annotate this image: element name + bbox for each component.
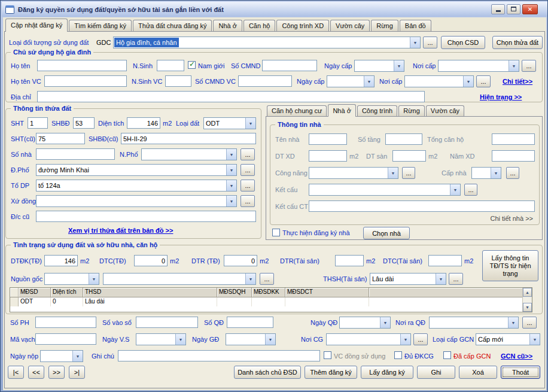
tab-asset-rung[interactable]: Rừng bbox=[398, 105, 425, 116]
close-button[interactable] bbox=[522, 4, 538, 14]
noi-cap-more-button[interactable]: ... bbox=[522, 60, 536, 72]
danh-sach-chu-dsd-button[interactable]: Danh sách chủ ĐSD bbox=[234, 366, 301, 379]
noi-cg-combo[interactable] bbox=[326, 333, 411, 345]
subject-more-button[interactable]: ... bbox=[423, 37, 437, 48]
ket-cau-ct-input[interactable] bbox=[309, 200, 535, 212]
noi-cap-combo[interactable] bbox=[438, 60, 519, 72]
dtc-ts-input[interactable] bbox=[428, 255, 462, 266]
dtdk-td-input[interactable] bbox=[44, 255, 78, 266]
so-vao-so-input[interactable] bbox=[136, 317, 198, 328]
dt-xd-input[interactable] bbox=[309, 150, 347, 162]
nguon-goc-combo[interactable] bbox=[44, 273, 99, 285]
chon-nha-button[interactable]: Chọn nhà bbox=[363, 227, 410, 239]
loai-cap-gcn-combo[interactable]: Cấp mới bbox=[476, 333, 540, 345]
sht-cu-input[interactable] bbox=[36, 133, 85, 144]
d-pho-more-button[interactable]: ... bbox=[240, 164, 255, 176]
xu-dong-combo[interactable] bbox=[36, 195, 237, 207]
nguon-goc-more-button[interactable]: ... bbox=[260, 273, 274, 285]
ngay-cap-combo[interactable] bbox=[354, 60, 404, 72]
n-sinh-vc-input[interactable] bbox=[165, 75, 191, 87]
land-use-grid[interactable]: MĐSD Diện tích THSD MĐSDQH MĐSDKK MĐSDCT… bbox=[10, 287, 532, 312]
ngay-nop-combo[interactable] bbox=[40, 350, 83, 362]
noi-ra-qd-more-button[interactable]: ... bbox=[522, 317, 537, 329]
ngay-gd-combo[interactable] bbox=[226, 333, 276, 345]
cong-nang-more-button[interactable]: ... bbox=[402, 167, 415, 179]
ghi-chu-input[interactable] bbox=[118, 350, 320, 361]
loai-dat-combo[interactable]: ODT bbox=[203, 117, 256, 129]
to-dp-combo[interactable]: tổ 124a bbox=[36, 180, 237, 192]
nav-first-button[interactable]: |< bbox=[8, 366, 24, 379]
thuc-hien-dang-ky-nha-checkbox[interactable] bbox=[272, 229, 280, 236]
gcn-cu-link[interactable]: GCN cũ>> bbox=[501, 353, 532, 360]
noi-cap-vc-more-button[interactable]: ... bbox=[476, 75, 491, 87]
tab-can-ho[interactable]: Căn hộ bbox=[243, 20, 275, 31]
tab-ban-do[interactable]: Bản đồ bbox=[400, 20, 431, 31]
chi-tiet-link[interactable]: Chi tiết>> bbox=[503, 78, 532, 86]
tab-thua-dat-chua-dang-ky[interactable]: Thửa đất chưa đăng ký bbox=[133, 20, 212, 31]
scroll-up-icon[interactable] bbox=[523, 288, 532, 297]
so-cmnd-vc-input[interactable] bbox=[238, 75, 292, 87]
dien-tich-input[interactable] bbox=[127, 117, 160, 129]
d-pho-combo[interactable]: đường Minh Khai bbox=[36, 164, 237, 176]
ghi-button[interactable]: Ghi bbox=[417, 366, 455, 379]
nav-prev-button[interactable]: << bbox=[28, 366, 44, 379]
noi-ra-qd-combo[interactable] bbox=[429, 317, 519, 329]
ho-ten-input[interactable] bbox=[37, 60, 127, 71]
vc-dong-su-dung-checkbox[interactable] bbox=[324, 351, 331, 359]
nav-next-button[interactable]: >> bbox=[48, 366, 65, 379]
so-ph-input[interactable] bbox=[35, 317, 96, 328]
tab-cong-trinh[interactable]: Công trình bbox=[357, 105, 397, 116]
ho-ten-vc-input[interactable] bbox=[44, 75, 127, 87]
minimize-button[interactable] bbox=[491, 4, 505, 14]
sht-input[interactable] bbox=[28, 117, 48, 129]
chon-thua-dat-button[interactable]: Chọn thửa đất bbox=[492, 36, 543, 49]
ngay-vs-combo[interactable] bbox=[136, 333, 186, 345]
noi-cap-vc-combo[interactable] bbox=[404, 75, 474, 87]
xem-vi-tri-link[interactable]: Xem vị trí thửa đất trên bản đồ >> bbox=[68, 227, 173, 235]
so-nha-input[interactable] bbox=[36, 148, 115, 160]
nav-last-button[interactable]: >| bbox=[69, 366, 85, 379]
thsh-ts-combo[interactable]: Lâu dài bbox=[370, 273, 446, 285]
ket-cau-combo[interactable] bbox=[309, 184, 461, 196]
them-dang-ky-button[interactable]: Thêm đăng ký bbox=[305, 366, 357, 379]
tab-asset-nha-o[interactable]: Nhà ở bbox=[328, 104, 355, 117]
n-pho-combo[interactable] bbox=[141, 148, 237, 160]
nguon-goc-detail-combo[interactable] bbox=[103, 273, 256, 285]
grid-data-row[interactable]: ODT 0 Lâu dài bbox=[10, 297, 532, 306]
scroll-down-icon[interactable] bbox=[523, 303, 532, 312]
tab-can-ho-chung-cu[interactable]: Căn hộ chung cư bbox=[267, 105, 327, 116]
thoat-button[interactable]: Thoát bbox=[501, 366, 540, 379]
maximize-button[interactable] bbox=[507, 4, 520, 14]
dtr-td-input[interactable] bbox=[224, 255, 257, 266]
chi-tiet-nha-link[interactable]: Chi tiết nhà >> bbox=[490, 215, 533, 223]
to-dp-more-button[interactable]: ... bbox=[240, 180, 255, 192]
shbd-cu-input[interactable] bbox=[121, 133, 256, 144]
thsh-ts-more-button[interactable]: ... bbox=[449, 273, 463, 285]
so-qd-input[interactable] bbox=[227, 317, 273, 328]
nam-xd-input[interactable] bbox=[492, 150, 535, 162]
nam-gioi-checkbox[interactable] bbox=[188, 61, 196, 69]
tab-cap-nhat-dang-ky[interactable]: Cập nhật đăng ký bbox=[5, 19, 68, 32]
ket-cau-more-button[interactable]: ... bbox=[464, 184, 477, 196]
tab-nha-o[interactable]: Nhà ở bbox=[213, 20, 242, 31]
chon-csd-button[interactable]: Chọn CSD bbox=[441, 36, 485, 49]
da-cap-gcn-checkbox[interactable] bbox=[443, 351, 451, 359]
ten-nha-input[interactable] bbox=[309, 133, 347, 145]
so-tang-input[interactable] bbox=[385, 133, 422, 145]
xu-dong-more-button[interactable]: ... bbox=[240, 195, 255, 207]
dt-san-input[interactable] bbox=[392, 150, 426, 162]
cap-nha-more-button[interactable]: ... bbox=[506, 167, 519, 179]
lay-dang-ky-button[interactable]: Lấy đăng ký bbox=[361, 366, 413, 379]
dia-chi-input[interactable] bbox=[37, 91, 425, 102]
so-cmnd-input[interactable] bbox=[262, 60, 317, 71]
dc-cu-input[interactable] bbox=[36, 211, 256, 222]
tab-cong-trinh-xd[interactable]: Công trình XD bbox=[276, 20, 329, 31]
hien-trang-link[interactable]: Hiện trạng >> bbox=[480, 93, 522, 101]
ngay-qd-combo[interactable] bbox=[339, 317, 391, 329]
tab-vuon-cay[interactable]: Vườn cây bbox=[330, 20, 370, 31]
dtr-ts-input[interactable] bbox=[335, 255, 364, 266]
ma-vach-input[interactable] bbox=[35, 333, 96, 345]
cap-nha-combo[interactable] bbox=[471, 167, 501, 179]
lay-thong-tin-button[interactable]: Lấy thông tin TĐ/TS từ hiện trạng bbox=[482, 250, 538, 281]
shbd-input[interactable] bbox=[73, 117, 95, 129]
